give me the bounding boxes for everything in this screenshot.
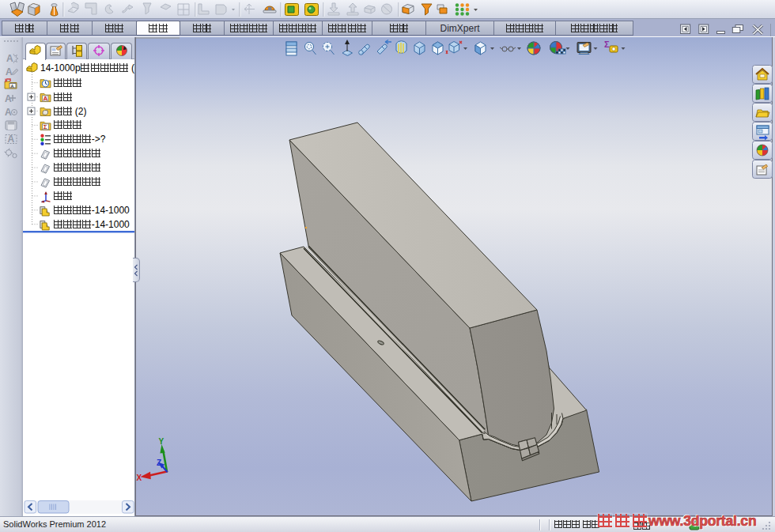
svg-text:Y: Y (159, 437, 164, 446)
svg-text:A: A (11, 84, 14, 89)
svg-text:A: A (8, 134, 15, 145)
svg-text:Z: Z (157, 458, 161, 467)
svg-text:A: A (5, 93, 12, 104)
svg-text:X: X (137, 474, 142, 482)
svg-text:Σ: Σ (43, 123, 47, 130)
svg-text:A: A (6, 53, 13, 64)
svg-text:A: A (43, 95, 48, 102)
svg-text:A: A (5, 107, 12, 118)
svg-text:A: A (6, 66, 13, 77)
